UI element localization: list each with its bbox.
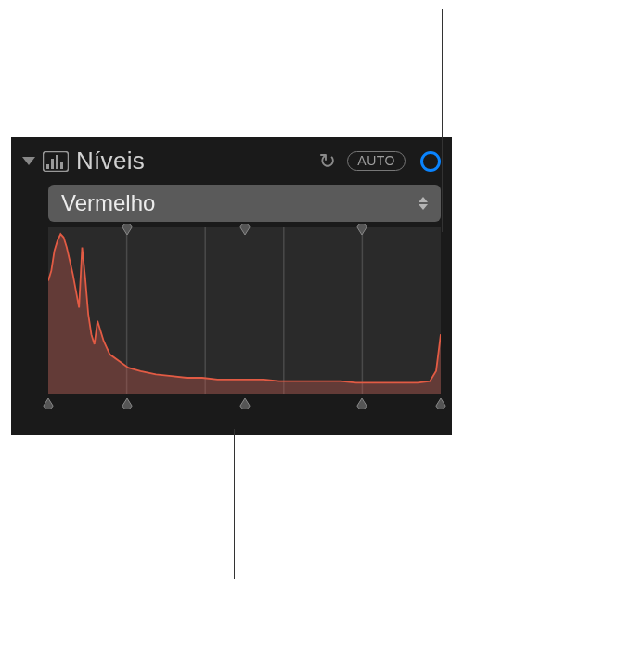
levels-handle[interactable] (42, 396, 55, 409)
channel-dropdown[interactable]: Vermelho (48, 185, 441, 222)
levels-icon (43, 150, 69, 173)
svg-rect-3 (56, 155, 58, 169)
levels-handle[interactable] (434, 396, 447, 409)
enable-toggle-icon[interactable] (420, 151, 441, 172)
svg-rect-1 (46, 164, 49, 169)
panel-title: Níveis (76, 147, 312, 175)
levels-top-handle[interactable] (238, 224, 251, 237)
dropdown-chevrons-icon (419, 197, 428, 210)
levels-handle[interactable] (121, 396, 134, 409)
panel-header: Níveis ↺ AUTO (22, 147, 441, 175)
levels-top-handle[interactable] (121, 224, 134, 237)
svg-rect-4 (60, 162, 63, 169)
disclosure-triangle-icon[interactable] (22, 157, 35, 165)
callout-line (234, 429, 235, 579)
svg-rect-2 (51, 159, 54, 169)
levels-handle[interactable] (355, 396, 368, 409)
levels-panel: Níveis ↺ AUTO Vermelho (11, 137, 452, 435)
histogram (48, 227, 441, 394)
callout-line (442, 9, 443, 232)
channel-selected-value: Vermelho (61, 190, 419, 216)
levels-top-handle[interactable] (355, 224, 368, 237)
levels-handle[interactable] (238, 396, 251, 409)
reset-icon[interactable]: ↺ (319, 149, 336, 174)
auto-button[interactable]: AUTO (347, 151, 406, 171)
levels-slider-track (48, 394, 441, 411)
